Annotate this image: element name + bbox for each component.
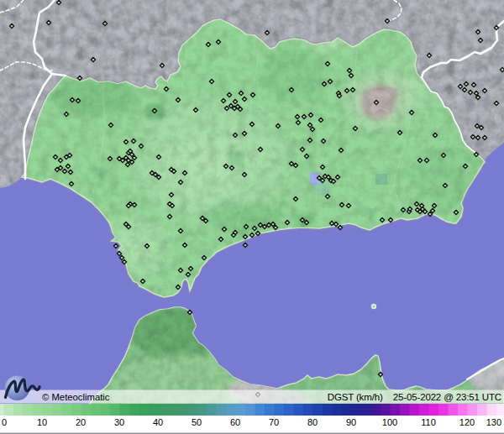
- svg-text:60: 60: [230, 417, 240, 427]
- svg-text:0: 0: [2, 417, 7, 427]
- svg-text:30: 30: [114, 417, 124, 427]
- svg-text:90: 90: [346, 417, 356, 427]
- svg-text:120: 120: [459, 417, 475, 427]
- svg-text:10: 10: [37, 417, 47, 427]
- svg-text:20: 20: [76, 417, 86, 427]
- svg-text:130: 130: [486, 417, 501, 427]
- svg-text:50: 50: [192, 417, 202, 427]
- svg-text:40: 40: [153, 417, 163, 427]
- svg-text:DGST (km/h) 25-05-2022 @ 23: DGST (km/h) 25-05-2022 @ 23:51 UTC: [328, 392, 501, 402]
- svg-text:70: 70: [269, 417, 279, 427]
- svg-text:110: 110: [421, 417, 436, 427]
- svg-text:© Meteoclimatic: © Meteoclimatic: [42, 392, 110, 402]
- svg-text:80: 80: [307, 417, 318, 427]
- svg-text:100: 100: [382, 417, 397, 427]
